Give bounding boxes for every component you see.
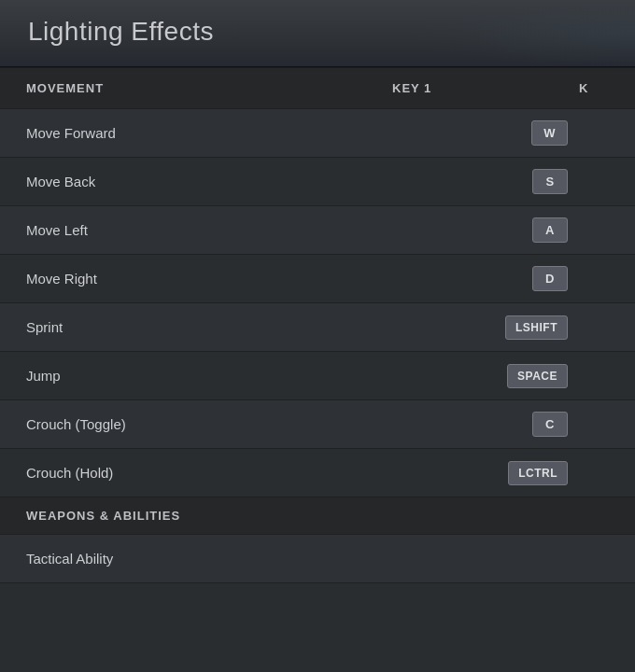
table-row[interactable]: Move ForwardW	[0, 109, 635, 158]
action-label: Move Forward	[26, 125, 374, 141]
key-badge: LSHIFT	[505, 315, 568, 340]
key-slot-1[interactable]: LSHIFT	[374, 315, 579, 340]
col-key1-header: KEY 1	[374, 81, 579, 95]
action-label: Jump	[26, 368, 374, 384]
section-label-weapons: WEAPONS & ABILITIES	[26, 509, 180, 523]
key-badge: SPACE	[507, 364, 568, 388]
key-slot-1[interactable]: SPACE	[374, 364, 579, 388]
table-row[interactable]: Move RightD	[0, 255, 635, 303]
table-row[interactable]: Crouch (Toggle)C	[0, 400, 635, 449]
table-row[interactable]: Move BackS	[0, 158, 635, 206]
table-row[interactable]: SprintLSHIFT	[0, 303, 635, 352]
col-key2-header: K	[579, 81, 635, 95]
action-label: Tactical Ability	[26, 551, 374, 567]
key-slot-1[interactable]: D	[374, 266, 579, 291]
key-slot-1[interactable]: A	[374, 217, 579, 243]
table-row[interactable]: JumpSPACE	[0, 352, 635, 400]
action-label: Crouch (Toggle)	[26, 416, 374, 432]
page-title: Lighting Effects	[28, 17, 607, 47]
key-badge: W	[531, 120, 568, 146]
table-row[interactable]: Crouch (Hold)LCTRL	[0, 449, 635, 497]
action-label: Move Left	[26, 222, 374, 238]
key-badge: C	[532, 412, 568, 437]
header: Lighting Effects	[0, 0, 635, 68]
action-label: Sprint	[26, 319, 374, 335]
key-slot-1[interactable]: W	[374, 120, 579, 146]
action-label: Move Right	[26, 271, 374, 287]
table-header: MOVEMENT KEY 1 K	[0, 68, 635, 109]
key-slot-1[interactable]: S	[374, 169, 579, 194]
table-row[interactable]: Move LeftA	[0, 206, 635, 255]
section-header-weapons: WEAPONS & ABILITIES	[0, 497, 635, 535]
key-slot-1[interactable]: C	[374, 412, 579, 437]
keybind-rows-container: Move ForwardWMove BackSMove LeftAMove Ri…	[0, 109, 635, 583]
key-badge: D	[532, 266, 568, 291]
col-action-header: MOVEMENT	[26, 81, 374, 95]
action-label: Move Back	[26, 174, 374, 189]
table-row[interactable]: Tactical Ability	[0, 535, 635, 583]
key-badge: A	[532, 217, 568, 243]
key-badge: S	[532, 169, 568, 194]
action-label: Crouch (Hold)	[26, 465, 374, 481]
key-slot-1[interactable]: LCTRL	[374, 461, 579, 485]
key-badge: LCTRL	[508, 461, 568, 485]
